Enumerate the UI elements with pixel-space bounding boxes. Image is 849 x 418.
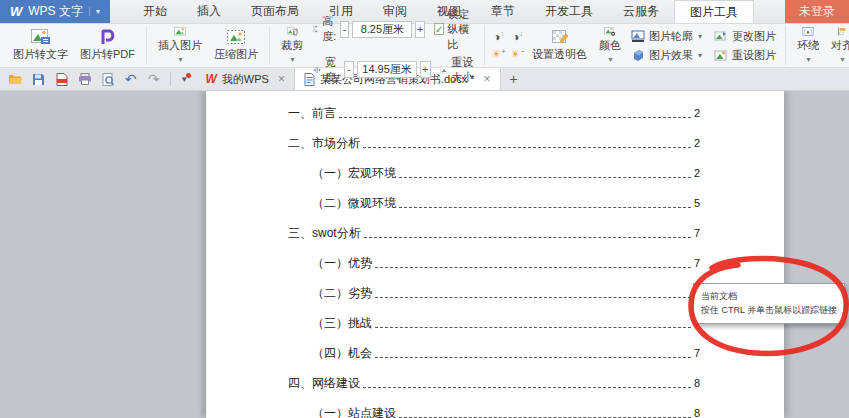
toc-title: 四、网络建设 [288,375,360,392]
save-button[interactable] [30,71,47,88]
toc-entry[interactable]: 三、swot分析7 [288,218,700,248]
open-file-button[interactable] [7,71,24,88]
undo-button[interactable]: ↶ [122,71,139,88]
tab-my-wps-label: 我的WPS [222,72,269,87]
change-picture-button[interactable]: 更改图片 [710,28,780,45]
tab-developer[interactable]: 开发工具 [530,0,608,23]
image-to-text-label: 图片转文字 [13,47,68,62]
ribbon-group-size: 裁剪 高度: - + 锁定纵横比 宽度: - + 重设大小 [270,26,485,65]
reset-size-button[interactable]: 重设大小 [440,55,480,85]
picture-effects-label: 图片效果 [649,48,693,63]
toc-entry[interactable]: （一）宏观环境2 [288,158,700,188]
increase-contrast-button[interactable]: ◑↑ [490,29,507,45]
toc-title: （一）站点建设 [312,405,396,418]
crop-label: 裁剪 [281,38,303,53]
open-folder-icon [8,73,23,85]
height-decrease-button[interactable]: - [340,21,350,38]
wps-w-icon: W [206,72,217,86]
redo-button[interactable]: ↷ [145,71,162,88]
topbar-spacer [754,0,785,23]
lock-aspect-checkbox[interactable] [434,23,444,35]
toc-page-number: 8 [694,407,700,418]
height-input[interactable] [352,21,412,38]
image-to-pdf-label: 图片转PDF [80,47,135,62]
dot-leader [363,387,691,388]
dot-leader [375,267,691,268]
ribbon-group-adjust: ◑↑ ◑↓ ☀+ ☀− 设置透明色 颜色 图片轮廓 图片效果 [485,26,786,65]
tab-picture-tools[interactable]: 图片工具 [674,0,754,23]
app-title: WPS 文字 [28,3,83,20]
width-increase-button[interactable]: + [420,61,430,78]
tab-insert[interactable]: 插入 [182,0,236,23]
picture-outline-button[interactable]: 图片轮廓 [627,28,706,45]
print-preview-button[interactable] [99,71,116,88]
close-document-icon[interactable] [484,72,491,86]
height-increase-button[interactable]: + [415,21,425,38]
login-button[interactable]: 未登录 [785,0,849,23]
toc-page-number: 7 [694,347,700,359]
increase-contrast-icon: ◑↑ [493,30,504,44]
tab-section[interactable]: 章节 [476,0,530,23]
ribbon-group-convert: 图片转文字 图片转PDF [2,26,147,65]
crop-icon [282,27,302,36]
set-transparent-color-button[interactable]: 设置透明色 [526,26,593,65]
dot-leader [364,237,691,238]
table-of-contents: 一、前言2 二、市场分析2 （一）宏观环境2 （二）微观环境5 三、swot分析… [207,91,784,418]
height-field-row: 高度: - + 锁定纵横比 [313,7,479,52]
decrease-contrast-button[interactable]: ◑↓ [509,29,526,45]
color-button[interactable]: 颜色 [593,26,627,65]
picture-effects-button[interactable]: 图片效果 [627,47,706,64]
tab-cloud[interactable]: 云服务 [608,0,674,23]
lock-aspect-label: 锁定纵横比 [447,7,479,52]
align-icon [834,27,849,36]
toc-page-number: 7 [694,257,700,269]
tooltip-line2: 按住 CTRL 并单击鼠标以跟踪链接 [701,303,837,317]
outline-effects-column: 图片轮廓 图片效果 [627,26,706,65]
increase-brightness-button[interactable]: ☀+ [490,47,507,63]
compress-picture-button[interactable]: 压缩图片 [208,26,264,65]
toc-entry[interactable]: （二）劣势7 [288,278,700,308]
wrap-text-button[interactable]: 环绕 [791,26,825,65]
toc-entry[interactable]: （二）微观环境5 [288,188,700,218]
tab-page-layout[interactable]: 页面布局 [236,0,314,23]
width-input[interactable] [357,61,417,78]
toc-title: （二）劣势 [312,285,372,302]
tab-home[interactable]: 开始 [128,0,182,23]
toc-page-number: 7 [694,227,700,239]
increase-brightness-icon: ☀+ [492,48,506,61]
tab-my-wps[interactable]: W 我的WPS [197,68,294,90]
toc-entry[interactable]: （三）挑战7 [288,308,700,338]
width-decrease-button[interactable]: - [344,61,354,78]
close-tab-icon[interactable] [278,72,285,86]
reset-size-icon [440,64,449,76]
toc-page-number: 5 [694,197,700,209]
crop-button[interactable]: 裁剪 [275,26,309,65]
decrease-contrast-icon: ◑↓ [512,30,523,44]
document-area: 一、前言2 二、市场分析2 （一）宏观环境2 （二）微观环境5 三、swot分析… [0,91,849,418]
image-to-text-button[interactable]: 图片转文字 [7,26,74,65]
align-button[interactable]: 对齐 [825,26,849,65]
new-tab-button[interactable] [501,68,527,90]
customize-toolbar-button[interactable]: ▾ [179,74,190,84]
toc-entry[interactable]: 一、前言2 [288,98,700,128]
width-label: 宽度: [324,55,340,85]
reset-picture-button[interactable]: 重设图片 [710,47,780,64]
image-to-pdf-button[interactable]: 图片转PDF [74,26,141,65]
toc-entry[interactable]: （四）机会7 [288,338,700,368]
print-button[interactable] [76,71,93,88]
decrease-brightness-button[interactable]: ☀− [509,47,526,63]
toc-entry[interactable]: （一）优势7 [288,248,700,278]
reset-size-label: 重设大小 [451,55,479,85]
export-pdf-button[interactable] [53,71,70,88]
toc-entry[interactable]: 二、市场分析2 [288,128,700,158]
toc-title: （四）机会 [312,345,372,362]
set-transparent-color-icon [551,29,569,45]
toc-page-number: 2 [694,167,700,179]
toc-entry[interactable]: 四、网络建设8 [288,368,700,398]
insert-picture-button[interactable]: 插入图片 [152,26,208,65]
toc-title: （二）微观环境 [312,195,396,212]
wps-app-menu-button[interactable]: W WPS 文字 ▾ [0,0,110,23]
toc-entry[interactable]: （一）站点建设8 [288,398,700,418]
toc-title: （三）挑战 [312,315,372,332]
dot-leader [375,297,691,298]
